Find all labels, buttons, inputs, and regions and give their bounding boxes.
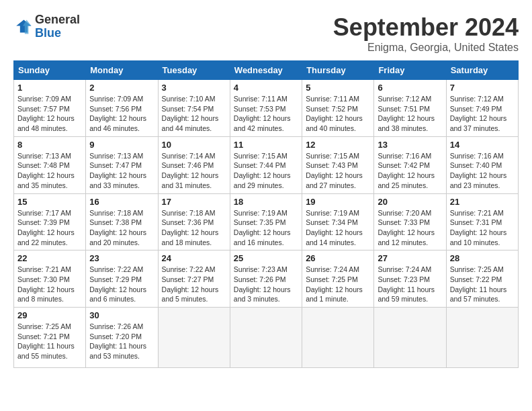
day-number: 20	[378, 197, 442, 207]
day-number: 16	[89, 197, 154, 207]
day-number: 1	[17, 83, 82, 93]
month-title: September 2024	[333, 13, 519, 42]
day-of-week-header: Monday	[86, 61, 158, 80]
day-info: Sunrise: 7:15 AM Sunset: 7:43 PM Dayligh…	[306, 151, 370, 191]
day-info: Sunrise: 7:16 AM Sunset: 7:40 PM Dayligh…	[450, 151, 515, 191]
day-number: 7	[450, 83, 515, 93]
calendar-day-cell: 13Sunrise: 7:16 AM Sunset: 7:42 PM Dayli…	[374, 136, 446, 193]
calendar-day-cell: 4Sunrise: 7:11 AM Sunset: 7:53 PM Daylig…	[230, 80, 302, 137]
day-info: Sunrise: 7:26 AM Sunset: 7:20 PM Dayligh…	[89, 322, 154, 361]
day-number: 24	[162, 253, 226, 263]
day-info: Sunrise: 7:09 AM Sunset: 7:56 PM Dayligh…	[89, 94, 154, 134]
calendar-day-cell: 3Sunrise: 7:10 AM Sunset: 7:54 PM Daylig…	[158, 80, 230, 137]
calendar-day-cell: 12Sunrise: 7:15 AM Sunset: 7:43 PM Dayli…	[302, 136, 374, 193]
day-number: 13	[378, 140, 442, 150]
day-of-week-header: Friday	[374, 61, 446, 80]
day-number: 5	[306, 83, 370, 93]
calendar-day-cell	[302, 308, 374, 368]
day-number: 4	[234, 83, 298, 93]
calendar-day-cell: 8Sunrise: 7:13 AM Sunset: 7:48 PM Daylig…	[14, 136, 86, 193]
day-number: 8	[17, 140, 82, 150]
calendar-week-row: 15Sunrise: 7:17 AM Sunset: 7:39 PM Dayli…	[14, 193, 519, 250]
calendar-day-cell: 1Sunrise: 7:09 AM Sunset: 7:57 PM Daylig…	[14, 80, 86, 137]
day-number: 3	[162, 83, 226, 93]
day-info: Sunrise: 7:24 AM Sunset: 7:23 PM Dayligh…	[378, 265, 442, 304]
calendar-day-cell: 29Sunrise: 7:25 AM Sunset: 7:21 PM Dayli…	[14, 308, 86, 368]
day-number: 10	[162, 140, 226, 150]
day-of-week-header: Saturday	[446, 61, 518, 80]
calendar-day-cell: 21Sunrise: 7:21 AM Sunset: 7:31 PM Dayli…	[446, 193, 518, 250]
day-info: Sunrise: 7:23 AM Sunset: 7:26 PM Dayligh…	[234, 265, 298, 304]
day-number: 6	[378, 83, 442, 93]
calendar-day-cell: 27Sunrise: 7:24 AM Sunset: 7:23 PM Dayli…	[374, 250, 446, 308]
calendar-day-cell	[446, 308, 518, 368]
calendar-day-cell: 11Sunrise: 7:15 AM Sunset: 7:44 PM Dayli…	[230, 136, 302, 193]
calendar-day-cell: 22Sunrise: 7:21 AM Sunset: 7:30 PM Dayli…	[14, 250, 86, 308]
day-number: 25	[234, 253, 298, 263]
day-number: 26	[306, 253, 370, 263]
day-info: Sunrise: 7:21 AM Sunset: 7:30 PM Dayligh…	[17, 265, 82, 304]
day-of-week-header: Wednesday	[230, 61, 302, 80]
calendar-day-cell: 26Sunrise: 7:24 AM Sunset: 7:25 PM Dayli…	[302, 250, 374, 308]
day-info: Sunrise: 7:12 AM Sunset: 7:49 PM Dayligh…	[450, 94, 515, 134]
calendar-week-row: 8Sunrise: 7:13 AM Sunset: 7:48 PM Daylig…	[14, 136, 519, 193]
title-area: September 2024 Enigma, Georgia, United S…	[333, 13, 519, 54]
day-info: Sunrise: 7:15 AM Sunset: 7:44 PM Dayligh…	[234, 151, 298, 191]
calendar-day-cell: 5Sunrise: 7:11 AM Sunset: 7:52 PM Daylig…	[302, 80, 374, 137]
day-number: 29	[17, 310, 82, 320]
day-info: Sunrise: 7:24 AM Sunset: 7:25 PM Dayligh…	[306, 265, 370, 304]
day-info: Sunrise: 7:22 AM Sunset: 7:27 PM Dayligh…	[162, 265, 226, 304]
header: General Blue September 2024 Enigma, Geor…	[13, 13, 519, 54]
day-number: 22	[17, 253, 82, 263]
day-number: 12	[306, 140, 370, 150]
calendar-body: 1Sunrise: 7:09 AM Sunset: 7:57 PM Daylig…	[14, 80, 519, 368]
calendar-day-cell	[158, 308, 230, 368]
day-info: Sunrise: 7:17 AM Sunset: 7:39 PM Dayligh…	[17, 208, 82, 248]
calendar-day-cell: 10Sunrise: 7:14 AM Sunset: 7:46 PM Dayli…	[158, 136, 230, 193]
day-info: Sunrise: 7:14 AM Sunset: 7:46 PM Dayligh…	[162, 151, 226, 191]
day-info: Sunrise: 7:21 AM Sunset: 7:31 PM Dayligh…	[450, 208, 515, 248]
day-number: 19	[306, 197, 370, 207]
calendar-day-cell: 6Sunrise: 7:12 AM Sunset: 7:51 PM Daylig…	[374, 80, 446, 137]
day-number: 28	[450, 253, 515, 263]
calendar-day-cell: 9Sunrise: 7:13 AM Sunset: 7:47 PM Daylig…	[86, 136, 158, 193]
calendar-day-cell: 2Sunrise: 7:09 AM Sunset: 7:56 PM Daylig…	[86, 80, 158, 137]
calendar-day-cell: 28Sunrise: 7:25 AM Sunset: 7:22 PM Dayli…	[446, 250, 518, 308]
day-info: Sunrise: 7:25 AM Sunset: 7:21 PM Dayligh…	[17, 322, 82, 361]
day-number: 30	[89, 310, 154, 320]
calendar-day-cell: 20Sunrise: 7:20 AM Sunset: 7:33 PM Dayli…	[374, 193, 446, 250]
calendar-day-cell: 14Sunrise: 7:16 AM Sunset: 7:40 PM Dayli…	[446, 136, 518, 193]
day-info: Sunrise: 7:11 AM Sunset: 7:53 PM Dayligh…	[234, 94, 298, 134]
day-info: Sunrise: 7:10 AM Sunset: 7:54 PM Dayligh…	[162, 94, 226, 134]
day-number: 9	[89, 140, 154, 150]
day-info: Sunrise: 7:19 AM Sunset: 7:34 PM Dayligh…	[306, 208, 370, 248]
calendar-day-cell: 16Sunrise: 7:18 AM Sunset: 7:38 PM Dayli…	[86, 193, 158, 250]
day-number: 21	[450, 197, 515, 207]
calendar-day-cell: 18Sunrise: 7:19 AM Sunset: 7:35 PM Dayli…	[230, 193, 302, 250]
day-number: 14	[450, 140, 515, 150]
calendar-week-row: 29Sunrise: 7:25 AM Sunset: 7:21 PM Dayli…	[14, 308, 519, 368]
calendar-week-row: 22Sunrise: 7:21 AM Sunset: 7:30 PM Dayli…	[14, 250, 519, 308]
calendar-table: SundayMondayTuesdayWednesdayThursdayFrid…	[13, 60, 519, 368]
logo-icon	[13, 17, 32, 36]
calendar-day-cell: 19Sunrise: 7:19 AM Sunset: 7:34 PM Dayli…	[302, 193, 374, 250]
calendar-day-cell: 24Sunrise: 7:22 AM Sunset: 7:27 PM Dayli…	[158, 250, 230, 308]
logo-line2: Blue	[35, 27, 80, 40]
day-of-week-header: Tuesday	[158, 61, 230, 80]
day-info: Sunrise: 7:19 AM Sunset: 7:35 PM Dayligh…	[234, 208, 298, 248]
day-number: 17	[162, 197, 226, 207]
day-info: Sunrise: 7:13 AM Sunset: 7:48 PM Dayligh…	[17, 151, 82, 191]
day-info: Sunrise: 7:13 AM Sunset: 7:47 PM Dayligh…	[89, 151, 154, 191]
day-info: Sunrise: 7:25 AM Sunset: 7:22 PM Dayligh…	[450, 265, 515, 304]
logo: General Blue	[13, 13, 80, 40]
day-info: Sunrise: 7:20 AM Sunset: 7:33 PM Dayligh…	[378, 208, 442, 248]
location-title: Enigma, Georgia, United States	[333, 42, 519, 54]
day-info: Sunrise: 7:22 AM Sunset: 7:29 PM Dayligh…	[89, 265, 154, 304]
day-of-week-header: Thursday	[302, 61, 374, 80]
day-number: 18	[234, 197, 298, 207]
calendar-week-row: 1Sunrise: 7:09 AM Sunset: 7:57 PM Daylig…	[14, 80, 519, 137]
day-info: Sunrise: 7:12 AM Sunset: 7:51 PM Dayligh…	[378, 94, 442, 134]
day-number: 27	[378, 253, 442, 263]
calendar-day-cell: 30Sunrise: 7:26 AM Sunset: 7:20 PM Dayli…	[86, 308, 158, 368]
day-info: Sunrise: 7:09 AM Sunset: 7:57 PM Dayligh…	[17, 94, 82, 134]
